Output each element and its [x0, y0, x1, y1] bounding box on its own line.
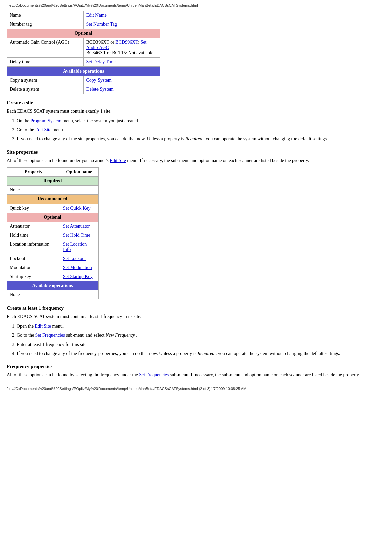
option-cell: Copy System: [83, 76, 160, 85]
list-item: On the Program System menu, select the s…: [17, 117, 385, 125]
table-row: Startup key Set Startup Key: [7, 272, 99, 281]
table-row: Delete a system Delete System: [7, 85, 160, 94]
table-row: Lockout Set Lockout: [7, 254, 99, 263]
recommended-header-row: Recommended: [7, 194, 99, 204]
set-quick-key-link[interactable]: Set Quick Key: [63, 206, 90, 211]
create-freq-steps: Open the Edit Site menu. Go to the Set F…: [17, 322, 385, 358]
property-cell: Delete a system: [7, 85, 84, 94]
browser-address-bar: file:///C:/Documents%20and%20Settings/PO…: [7, 3, 385, 7]
option-cell: Edit Name: [83, 11, 160, 20]
create-freq-title: Create at least 1 frequency: [7, 305, 385, 311]
property-cell: Name: [7, 11, 84, 20]
status-bar: file:///C:/Documents%20and%20Settings/PO…: [7, 385, 385, 391]
required-label-2: Required: [197, 351, 214, 356]
create-freq-intro: Each EDACS SCAT system must contain at l…: [7, 313, 385, 320]
property-cell: Modulation: [7, 263, 60, 272]
set-startup-key-link[interactable]: Set Startup Key: [63, 274, 93, 279]
create-site-intro: Each EDACS SCAT system must contain exac…: [7, 108, 385, 115]
property-cell: Number tag: [7, 20, 84, 29]
table-row: Number tag Set Number Tag: [7, 20, 160, 29]
optional-header-row: Optional: [7, 213, 99, 222]
option-cell: Set Hold Time: [60, 231, 99, 240]
option-cell: Delete System: [83, 85, 160, 94]
edit-name-link[interactable]: Edit Name: [86, 13, 107, 18]
list-item: Enter at least 1 frequency for this site…: [17, 340, 385, 349]
delete-system-link[interactable]: Delete System: [86, 87, 114, 92]
table-row: Copy a system Copy System: [7, 76, 160, 85]
property-cell: Location information: [7, 240, 60, 254]
available-header-cell: Available operations: [7, 281, 99, 290]
list-item: If you need to change any of the frequen…: [17, 349, 385, 358]
edit-site-link-3[interactable]: Edit Site: [35, 324, 51, 329]
recommended-header-cell: Recommended: [7, 194, 99, 204]
option-cell: Set Lockout: [60, 254, 99, 263]
freq-properties-title: Frequency properties: [7, 364, 385, 369]
create-site-steps: On the Program System menu, select the s…: [17, 117, 385, 143]
set-modulation-link[interactable]: Set Modulation: [63, 265, 92, 270]
property-cell: None: [7, 290, 99, 299]
option-cell: Set Location Info: [60, 240, 99, 254]
set-number-tag-link[interactable]: Set Number Tag: [86, 22, 117, 27]
optional-header-cell: Optional: [7, 213, 99, 222]
table-row: Automatic Gain Control (AGC) BCD396XT or…: [7, 38, 160, 58]
set-delay-time-link[interactable]: Set Delay Time: [86, 59, 116, 64]
bcd996xt-link[interactable]: BCD996XT: [115, 40, 138, 45]
option-cell: Set Quick Key: [60, 204, 99, 213]
site-properties-table: Property Option name Required None Recom…: [7, 167, 99, 299]
option-cell: Set Modulation: [60, 263, 99, 272]
site-properties-intro: All of these options can be found under …: [7, 157, 385, 164]
available-header-row: Available operations: [7, 281, 99, 290]
property-cell: Quick key: [7, 204, 60, 213]
table-row: Quick key Set Quick Key: [7, 204, 99, 213]
table-row: Modulation Set Modulation: [7, 263, 99, 272]
table-row: Location information Set Location Info: [7, 240, 99, 254]
optional-header-cell: Optional: [7, 29, 160, 38]
set-lockout-link[interactable]: Set Lockout: [63, 256, 86, 261]
available-header-row: Available operations: [7, 67, 160, 76]
new-frequency-label: New Frequency: [106, 333, 135, 338]
copy-system-link[interactable]: Copy System: [86, 78, 112, 83]
set-attenuator-link[interactable]: Set Attenuator: [63, 224, 90, 229]
table-row: Attenuator Set Attenuator: [7, 222, 99, 231]
optional-header-row: Optional: [7, 29, 160, 38]
table-row: Hold time Set Hold Time: [7, 231, 99, 240]
set-frequencies-link-1[interactable]: Set Frequencies: [35, 333, 65, 338]
property-header: Property: [7, 167, 60, 176]
property-cell: Automatic Gain Control (AGC): [7, 38, 84, 58]
available-header-cell: Available operations: [7, 67, 160, 76]
program-system-link[interactable]: Program System: [30, 118, 61, 123]
option-header: Option name: [60, 167, 99, 176]
option-cell: Set Attenuator: [60, 222, 99, 231]
property-cell: Attenuator: [7, 222, 60, 231]
table-row: Delay time Set Delay Time: [7, 58, 160, 67]
list-item: If you need to change any of the site pr…: [17, 135, 385, 143]
set-location-info-link[interactable]: Set Location Info: [63, 242, 87, 252]
property-cell: Delay time: [7, 58, 84, 67]
required-label: Required: [185, 136, 202, 141]
set-frequencies-link-2[interactable]: Set Frequencies: [139, 372, 169, 377]
property-cell: Copy a system: [7, 76, 84, 85]
edit-site-link-1[interactable]: Edit Site: [35, 127, 52, 132]
list-item: Go to the Set Frequencies sub-menu and s…: [17, 331, 385, 340]
list-item: Go to the Edit Site menu.: [17, 126, 385, 134]
system-properties-table: Name Edit Name Number tag Set Number Tag…: [7, 11, 160, 94]
property-cell: Lockout: [7, 254, 60, 263]
property-cell: Startup key: [7, 272, 60, 281]
property-cell: None: [7, 185, 99, 194]
option-cell: Set Startup Key: [60, 272, 99, 281]
option-cell: Set Delay Time: [83, 58, 160, 67]
list-item: Open the Edit Site menu.: [17, 322, 385, 330]
option-cell: Set Number Tag: [83, 20, 160, 29]
table-row: None: [7, 290, 99, 299]
required-header-row: Required: [7, 176, 99, 185]
table-row: None: [7, 185, 99, 194]
create-site-title: Create a site: [7, 100, 385, 106]
property-cell: Hold time: [7, 231, 60, 240]
set-hold-time-link[interactable]: Set Hold Time: [63, 233, 90, 238]
table-row: Name Edit Name: [7, 11, 160, 20]
site-properties-title: Site properties: [7, 149, 385, 155]
required-header-cell: Required: [7, 176, 99, 185]
edit-site-link-2[interactable]: Edit Site: [110, 158, 126, 163]
table-header-row: Property Option name: [7, 167, 99, 176]
option-cell: BCD396XT or BCD996XT: Set Audio AGCBC346…: [83, 38, 160, 58]
